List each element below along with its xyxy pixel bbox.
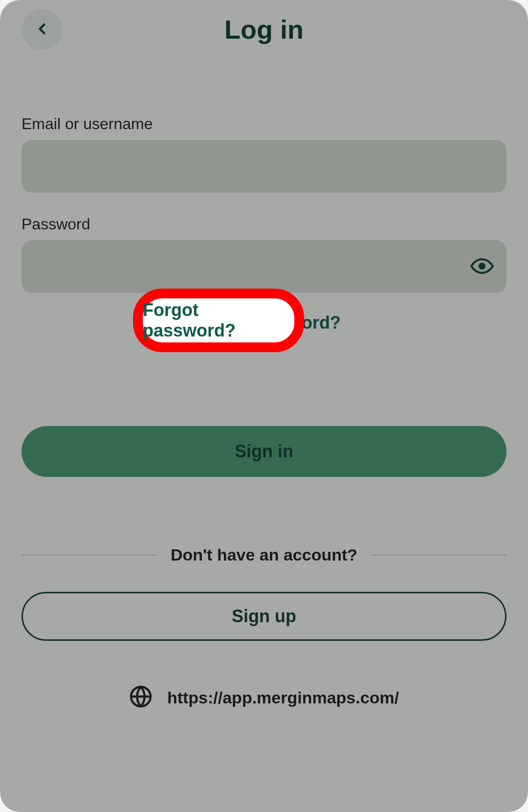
footer: https://app.merginmaps.com/ [22,685,506,710]
signin-button[interactable]: Sign in [22,426,506,477]
divider-text: Don't have an account? [171,545,357,564]
header: Log in [22,7,506,51]
page-title: Log in [224,14,304,45]
email-input[interactable] [22,140,506,193]
login-form: Email or username Password Forgot passwo… [22,115,506,710]
chevron-left-icon [33,20,51,39]
globe-icon [129,685,153,710]
email-label: Email or username [22,115,506,133]
toggle-password-visibility-button[interactable] [468,253,496,280]
signup-divider: Don't have an account? [22,545,506,564]
password-label: Password [22,215,506,233]
divider-line-right [371,555,506,555]
forgot-password-link[interactable]: Forgot password? [168,298,360,348]
signup-button[interactable]: Sign up [22,592,506,641]
divider-line-left [22,555,157,555]
eye-icon [470,254,494,279]
server-url[interactable]: https://app.merginmaps.com/ [167,688,399,707]
password-input[interactable] [22,240,506,293]
email-input-wrap [22,140,506,193]
back-button[interactable] [22,9,63,50]
svg-point-0 [480,264,484,269]
password-input-wrap [22,240,506,293]
